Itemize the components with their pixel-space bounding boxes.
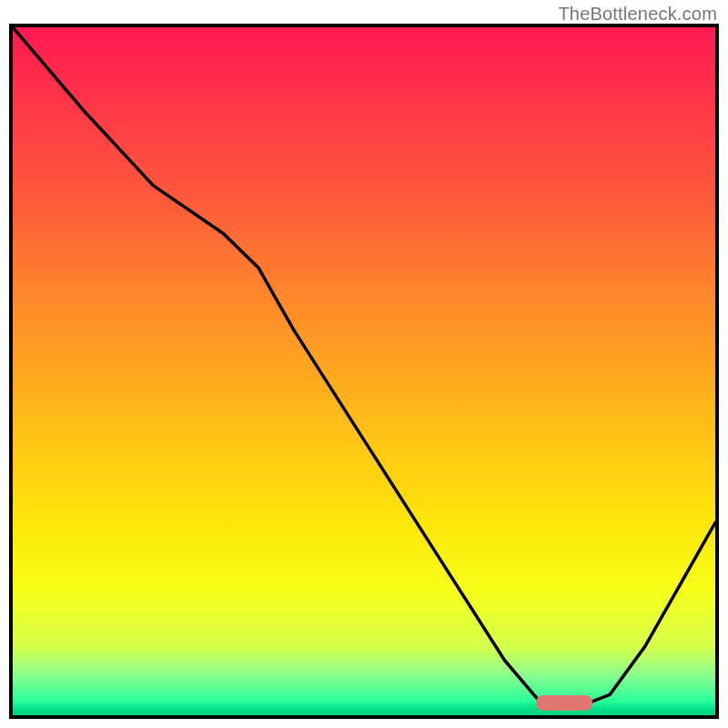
watermark-text: TheBottleneck.com (558, 4, 717, 25)
plot-area (9, 24, 719, 719)
chart-container: TheBottleneck.com (0, 0, 728, 728)
bottleneck-curve (13, 27, 715, 708)
optimum-marker (536, 695, 592, 711)
plot-overlay-svg (13, 27, 715, 715)
